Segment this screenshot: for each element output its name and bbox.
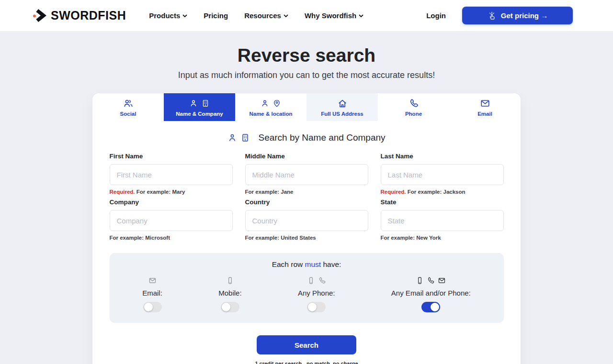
field-example: For example: Mary — [136, 189, 185, 195]
swordfish-logo[interactable]: SWORDFISH — [33, 9, 126, 22]
search-button[interactable]: Search — [257, 335, 356, 354]
first-name-input[interactable] — [110, 164, 233, 185]
field-country: Country For example: United States — [245, 199, 368, 241]
phone-icon — [318, 276, 326, 285]
reverse-search-card: Social Name & Company — [92, 93, 521, 364]
person-building-icon — [189, 98, 210, 109]
company-input[interactable] — [110, 210, 233, 231]
mobile-icon — [416, 276, 424, 285]
house-icon — [337, 98, 348, 109]
nav-item-resources[interactable]: Resources — [244, 11, 288, 20]
title-emph: must — [305, 260, 321, 268]
toggle-group-any-phone: Any Phone: — [298, 276, 335, 312]
envelope-icon — [480, 98, 490, 109]
field-label: Last Name — [381, 153, 504, 160]
country-input[interactable] — [245, 210, 368, 231]
get-pricing-button[interactable]: Get pricing → — [462, 7, 573, 24]
nav-item-pricing[interactable]: Pricing — [204, 11, 228, 20]
middle-name-input[interactable] — [245, 164, 368, 185]
chevron-down-icon — [284, 13, 288, 18]
tab-full-us-address[interactable]: Full US Address — [306, 93, 378, 121]
swordfish-logo-text: SWORDFISH — [51, 9, 126, 22]
field-company: Company For example: Microsoft — [110, 199, 233, 241]
field-state: State For example: New York — [381, 199, 504, 241]
nav-item-label: Pricing — [204, 11, 228, 20]
tab-label: Full US Address — [321, 111, 363, 117]
people-icon — [123, 98, 134, 109]
email-toggle[interactable] — [143, 302, 162, 312]
field-helper: For example: New York — [381, 235, 504, 241]
tab-name-location[interactable]: Name & location — [235, 93, 306, 121]
required-flag: Required. — [381, 189, 406, 195]
field-example: For example: Jane — [245, 189, 294, 195]
toggle-label: Email: — [142, 289, 162, 297]
mobile-toggle[interactable] — [221, 302, 239, 312]
envelope-icon — [148, 276, 157, 285]
tab-label: Email — [477, 111, 492, 117]
toggle-knob — [222, 303, 230, 311]
required-flag: Required. — [110, 189, 135, 195]
any-phone-toggle[interactable] — [307, 302, 326, 312]
tab-email[interactable]: Email — [449, 93, 521, 121]
login-link[interactable]: Login — [426, 11, 446, 20]
nav-item-label: Why Swordfish — [305, 11, 356, 20]
nav-item-label: Products — [149, 11, 180, 20]
credit-note: 1 credit per search - no match, no charg… — [92, 361, 521, 364]
field-label: First Name — [110, 153, 233, 160]
field-last-name: Last Name Required. For example: Jackson — [381, 153, 504, 195]
field-example: For example: United States — [245, 235, 316, 241]
nav-item-products[interactable]: Products — [149, 11, 187, 20]
click-hand-icon — [487, 11, 497, 21]
mobile-icon — [307, 276, 315, 285]
search-type-tabs: Social Name & Company — [92, 93, 521, 121]
chevron-down-icon — [359, 13, 363, 18]
toggle-knob — [431, 303, 439, 311]
person-pin-icon — [261, 98, 281, 109]
toggle-row: Email: Mobile: Any — [114, 276, 499, 312]
section-title: Search by Name and Company — [258, 132, 385, 143]
field-helper: For example: Microsoft — [110, 235, 233, 241]
field-label: Country — [245, 199, 368, 206]
mobile-icon — [226, 276, 234, 285]
tab-phone[interactable]: Phone — [378, 93, 449, 121]
field-middle-name: Middle Name For example: Jane — [245, 153, 368, 195]
field-helper: Required. For example: Jackson — [381, 189, 504, 195]
tab-name-company[interactable]: Name & Company — [164, 93, 235, 121]
toggle-label: Mobile: — [218, 289, 241, 297]
tab-label: Name & Company — [176, 111, 223, 117]
field-helper: Required. For example: Mary — [110, 189, 233, 195]
page-subtitle: Input as much information you can to get… — [0, 70, 613, 80]
person-building-icon — [227, 132, 250, 143]
nav-item-why-swordfish[interactable]: Why Swordfish — [305, 11, 363, 20]
field-helper: For example: United States — [245, 235, 368, 241]
toggle-knob — [144, 303, 153, 311]
tab-social[interactable]: Social — [92, 93, 164, 121]
field-label: Middle Name — [245, 153, 368, 160]
section-header: Search by Name and Company — [92, 132, 521, 143]
toggle-group-email: Email: — [142, 276, 162, 312]
search-form: First Name Required. For example: Mary M… — [110, 153, 504, 241]
field-example: For example: Jackson — [408, 189, 465, 195]
row-requirements-title: Each row must have: — [114, 260, 499, 269]
main-nav: Products Pricing Resources Why Swordfish — [149, 11, 363, 20]
tab-label: Phone — [405, 111, 422, 117]
phone-icon — [409, 98, 419, 109]
row-requirements-box: Each row must have: Email: Mobile: — [110, 253, 504, 323]
any-email-phone-toggle[interactable] — [421, 302, 440, 312]
page-title: Reverse search — [0, 45, 613, 66]
last-name-input[interactable] — [381, 164, 504, 185]
state-input[interactable] — [381, 210, 504, 231]
toggle-label: Any Email and/or Phone: — [391, 289, 471, 297]
tab-label: Name & location — [249, 111, 292, 117]
envelope-icon — [438, 276, 446, 285]
phone-icon — [427, 276, 435, 285]
nav-item-label: Resources — [244, 11, 281, 20]
top-navigation-bar: SWORDFISH Products Pricing Resources Why… — [0, 0, 613, 31]
field-example: For example: Microsoft — [110, 235, 170, 241]
title-prefix: Each row — [272, 260, 305, 268]
field-example: For example: New York — [381, 235, 441, 241]
swordfish-logo-icon — [33, 9, 47, 22]
toggle-group-any-email-phone: Any Email and/or Phone: — [391, 276, 471, 312]
get-pricing-label: Get pricing → — [501, 11, 548, 20]
hero-section: Reverse search Input as much information… — [0, 31, 613, 80]
